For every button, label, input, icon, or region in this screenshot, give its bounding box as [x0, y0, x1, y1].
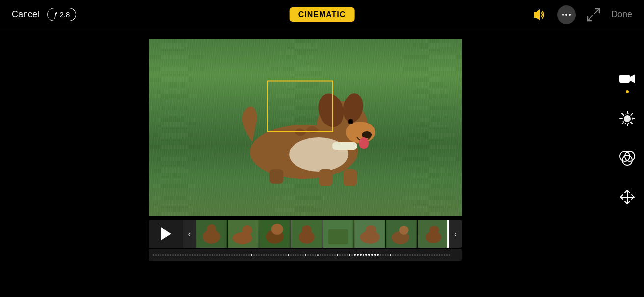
scrubber-dot	[283, 254, 284, 256]
svg-marker-45	[630, 74, 635, 83]
svg-line-55	[622, 123, 623, 124]
scrubber-dot	[371, 254, 373, 256]
thumb-7	[386, 220, 418, 248]
toolbar-right: Done	[532, 5, 632, 24]
cancel-button[interactable]: Cancel	[12, 9, 39, 20]
toolbar-left: Cancel ƒ 2.8	[12, 8, 76, 21]
scrubber-dot	[363, 254, 364, 256]
scrubber-dot	[189, 254, 191, 256]
play-button-area[interactable]	[149, 220, 183, 248]
scrubber-dot	[354, 254, 356, 256]
scrubber-dot	[160, 254, 161, 256]
scrubber-dot	[273, 254, 274, 256]
more-dot-1	[562, 14, 564, 16]
scrubber-dot	[412, 254, 413, 256]
nav-right-arrow[interactable]: ›	[449, 220, 462, 248]
scrubber-dot	[290, 254, 292, 256]
scrubber-dot	[329, 254, 331, 256]
thumb-3	[259, 220, 291, 248]
scrubber-dot	[349, 254, 350, 256]
scrubber-dot	[342, 254, 343, 256]
scrubber-dot	[334, 254, 336, 256]
scrubber-dot	[357, 254, 359, 256]
svg-line-52	[622, 113, 623, 115]
scrubber-dot	[261, 254, 262, 256]
scrubber-dot	[312, 254, 314, 256]
playhead	[447, 220, 449, 248]
scrubber-dot	[158, 254, 159, 256]
main-content: ‹	[0, 29, 644, 297]
scrubber-dot	[256, 254, 257, 256]
video-frame	[149, 39, 462, 216]
scrubber-area[interactable]	[149, 249, 462, 261]
scrubber-dot	[288, 254, 289, 256]
svg-line-54	[631, 113, 633, 115]
scrubber-dot	[446, 254, 448, 256]
fullscreen-button[interactable]	[586, 7, 601, 23]
svg-point-18	[362, 131, 372, 138]
scrubber-dot	[392, 254, 394, 256]
scrubber-dot	[387, 254, 389, 256]
scrubber-dot	[239, 254, 240, 256]
scrubber-dot	[197, 254, 198, 256]
scrubber-dot	[317, 254, 319, 256]
scrubber-dot	[449, 254, 450, 256]
scrubber-dot	[417, 254, 418, 256]
svg-line-5	[594, 9, 599, 14]
scrubber-dot	[199, 254, 201, 256]
scrubber-dot	[305, 254, 306, 256]
scrubber-dot	[310, 254, 311, 256]
scrubber-dot	[368, 254, 370, 256]
svg-rect-44	[619, 75, 630, 83]
scrubber-dot	[307, 254, 309, 256]
thumbnails-track	[196, 220, 449, 248]
scrubber-dot	[347, 254, 348, 256]
volume-button[interactable]	[532, 8, 547, 22]
svg-point-32	[301, 225, 311, 235]
thumb-8	[418, 220, 450, 248]
scrubber-dot	[194, 254, 196, 256]
scrubber-dot	[320, 254, 321, 256]
scrubber-dot	[327, 254, 328, 256]
svg-line-53	[631, 123, 633, 124]
svg-point-19	[359, 137, 369, 149]
more-button[interactable]	[557, 5, 576, 24]
scrubber-dot	[251, 254, 252, 256]
svg-rect-20	[332, 142, 357, 150]
scrubber-dot	[344, 254, 346, 256]
scrubber-dot	[404, 254, 406, 256]
scrubber-dots	[153, 254, 458, 256]
more-dot-3	[569, 14, 571, 16]
scrubber-dot	[302, 254, 304, 256]
nav-left-arrow[interactable]: ‹	[183, 220, 196, 248]
scrubber-dot	[192, 254, 193, 256]
done-button[interactable]: Done	[611, 9, 632, 20]
scrubber-dot	[434, 254, 435, 256]
scrubber-dot	[365, 254, 367, 256]
adjust-button[interactable]	[617, 108, 638, 129]
aperture-symbol: ƒ	[54, 10, 57, 19]
scrubber-dot	[258, 254, 260, 256]
scrubber-dot	[419, 254, 421, 256]
scrubber-dot	[165, 254, 166, 256]
scrubber-dot	[207, 254, 208, 256]
cinematic-badge: CINEMATIC	[290, 7, 355, 22]
aperture-value: 2.8	[59, 10, 70, 19]
thumb-6	[354, 220, 386, 248]
right-panel	[611, 29, 644, 297]
scrubber-dot	[219, 254, 220, 256]
scrubber-dot	[407, 254, 408, 256]
transform-button[interactable]	[617, 186, 638, 208]
scrubber-dot	[231, 254, 233, 256]
svg-point-43	[429, 226, 439, 235]
scrubber-dot	[221, 254, 223, 256]
scrubber-dot	[243, 254, 245, 256]
scrubber-dot	[315, 254, 316, 256]
video-camera-button[interactable]	[617, 69, 638, 90]
scrubber-dot	[170, 254, 171, 256]
scrubber-dot	[427, 254, 428, 256]
color-wheel-button[interactable]	[617, 147, 638, 169]
scrubber-dot	[295, 254, 296, 256]
scrubber-dot	[180, 254, 181, 256]
scrubber-dot	[236, 254, 238, 256]
